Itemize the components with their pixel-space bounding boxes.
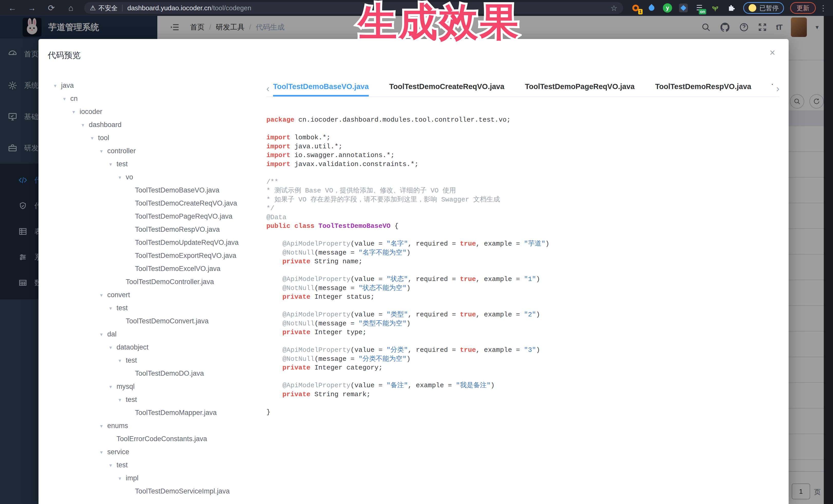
extensions-puzzle-icon[interactable]: [726, 3, 737, 13]
tree-file[interactable]: ToolTestDemoMapper.java: [46, 406, 261, 419]
tree-expand-caret-icon: ▾: [114, 397, 126, 403]
tree-folder[interactable]: ▾java: [46, 79, 261, 92]
extension-list-icon[interactable]: ☰ on: [694, 3, 705, 13]
code-line: [266, 399, 779, 408]
tree-expand-caret-icon: ▾: [68, 109, 79, 115]
bookmark-star-icon[interactable]: ☆: [611, 4, 617, 13]
tree-node-label: ToolTestDemoBaseVO.java: [135, 186, 219, 194]
extension-diamond-icon[interactable]: [678, 3, 689, 13]
tree-folder[interactable]: ▾dal: [46, 328, 261, 341]
code-line: [266, 124, 779, 134]
tree-folder[interactable]: ▾enums: [46, 419, 261, 432]
url-bar[interactable]: ⚠ 不安全 dashboard.yudao.iocoder.cn /tool/c…: [84, 2, 623, 14]
tree-folder[interactable]: ▾test: [46, 459, 261, 472]
tree-folder[interactable]: ▾dashboard: [46, 118, 261, 131]
extension-green-y-icon[interactable]: y: [662, 3, 673, 13]
tree-expand-caret-icon: ▾: [77, 122, 89, 128]
paused-label: 已暂停: [759, 4, 779, 12]
tree-node-label: ToolTestDemoServiceImpl.java: [135, 487, 230, 495]
code-line: [266, 169, 779, 177]
tree-expand-caret-icon: ▾: [105, 344, 117, 351]
tree-file[interactable]: ToolTestDemoDO.java: [46, 367, 261, 380]
code-line: [266, 266, 779, 275]
annotation-text: 生成效果 生成效果: [358, 1, 520, 43]
tree-node-label: ToolTestDemoCreateReqVO.java: [135, 199, 237, 207]
url-host: dashboard.yudao.iocoder.cn: [127, 4, 211, 12]
code-line: [266, 231, 779, 240]
tree-file[interactable]: ToolTestDemoExcelVO.java: [46, 262, 261, 275]
code-file-tab[interactable]: ToolTestDemoRespVO.java: [655, 82, 751, 96]
tabs-scroll-right-icon[interactable]: ›: [773, 84, 779, 96]
tree-file[interactable]: ToolTestDemoServiceImpl.java: [46, 485, 261, 498]
tree-node-label: test: [126, 356, 137, 364]
tree-folder[interactable]: ▾vo: [46, 171, 261, 184]
tree-folder[interactable]: ▾mysql: [46, 380, 261, 393]
smiley-icon: [748, 4, 756, 12]
browser-menu-icon[interactable]: ⋮: [819, 4, 827, 13]
code-line: import java.util.*;: [266, 142, 779, 151]
tree-node-label: ToolTestDemoMapper.java: [135, 409, 217, 417]
code-file-tab[interactable]: ToolTestDemoBaseVO.java: [273, 82, 369, 96]
tree-node-label: tool: [98, 134, 109, 142]
code-line: [266, 302, 779, 311]
code-line: private String name;: [266, 257, 779, 266]
tree-node-label: controller: [107, 147, 136, 155]
chrome-update-button[interactable]: 更新: [790, 2, 816, 14]
tree-expand-caret-icon: ▾: [95, 148, 107, 154]
tree-folder[interactable]: ▾convert: [46, 288, 261, 302]
tree-file[interactable]: ToolTestDemoController.java: [46, 275, 261, 288]
forward-icon[interactable]: →: [25, 3, 39, 13]
tree-file[interactable]: ToolTestDemoUpdateReqVO.java: [46, 236, 261, 249]
extension-badge: 1: [638, 9, 643, 15]
reload-icon[interactable]: ⟳: [44, 3, 58, 13]
tree-folder[interactable]: ▾service: [46, 446, 261, 459]
tree-expand-caret-icon: ▾: [105, 161, 117, 167]
tree-expand-caret-icon: ▾: [49, 82, 61, 89]
tree-node-label: ToolTestDemoConvert.java: [126, 317, 209, 325]
tree-folder[interactable]: ▾test: [46, 354, 261, 367]
tree-file[interactable]: ToolTestDemoBaseVO.java: [46, 184, 261, 197]
tree-node-label: test: [117, 160, 128, 168]
tree-node-label: ToolTestDemoExportReqVO.java: [135, 252, 236, 260]
tree-file[interactable]: ToolErrorCodeConstants.java: [46, 432, 261, 446]
extension-blue-drop-icon[interactable]: [646, 3, 657, 13]
code-file-tab[interactable]: ToolTestDemoCreateReqVO.java: [389, 82, 504, 96]
tree-folder[interactable]: ▾test: [46, 158, 261, 171]
home-icon[interactable]: ⌂: [64, 3, 78, 13]
tree-folder[interactable]: ▾controller: [46, 144, 261, 158]
back-icon[interactable]: ←: [5, 3, 20, 13]
tree-node-label: java: [61, 81, 74, 90]
extension-orange-ring-icon[interactable]: 1: [630, 3, 641, 13]
paused-extension-button[interactable]: 已暂停: [743, 2, 784, 14]
tree-node-label: cn: [70, 95, 78, 103]
code-line: import javax.validation.constraints.*;: [266, 160, 779, 169]
close-icon[interactable]: ×: [770, 48, 775, 57]
tree-folder[interactable]: ▾dataobject: [46, 341, 261, 354]
not-secure-label[interactable]: 不安全: [98, 4, 118, 12]
tree-file[interactable]: ToolTestDemoConvert.java: [46, 315, 261, 328]
tree-folder[interactable]: ▾impl: [46, 472, 261, 485]
tree-expand-caret-icon: ▾: [58, 96, 70, 102]
tree-file[interactable]: ToolTestDemoCreateReqVO.java: [46, 197, 261, 210]
tree-folder[interactable]: ▾iocoder: [46, 105, 261, 118]
tree-folder[interactable]: ▾test: [46, 393, 261, 406]
tree-node-label: dashboard: [89, 121, 122, 129]
tabs-scroll-left-icon[interactable]: ‹: [266, 84, 273, 96]
tree-file[interactable]: ToolTestDemoRespVO.java: [46, 223, 261, 236]
tree-file[interactable]: ToolTestDemoPageReqVO.java: [46, 210, 261, 223]
tree-file[interactable]: ToolTestDemoExportReqVO.java: [46, 249, 261, 262]
tree-folder[interactable]: ▾tool: [46, 131, 261, 144]
tree-folder[interactable]: ▾test: [46, 302, 261, 315]
code-file-tab[interactable]: ToolTestDemoPageReqVO.java: [525, 82, 635, 96]
code-line: @ApiModelProperty(value = "状态", required…: [266, 275, 779, 284]
tree-node-label: test: [117, 304, 128, 312]
code-line: @NotNull(message = "类型不能为空"): [266, 319, 779, 328]
tree-folder[interactable]: ▾cn: [46, 92, 261, 105]
extension-sprout-icon[interactable]: [710, 3, 721, 13]
omnibox-divider: [122, 5, 123, 11]
code-line: @NotNull(message = "状态不能为空"): [266, 284, 779, 293]
code-line: @NotNull(message = "分类不能为空"): [266, 355, 779, 364]
tree-expand-caret-icon: ▾: [95, 423, 107, 429]
code-line: public class ToolTestDemoBaseVO {: [266, 222, 779, 231]
code-line: @Data: [266, 213, 779, 222]
